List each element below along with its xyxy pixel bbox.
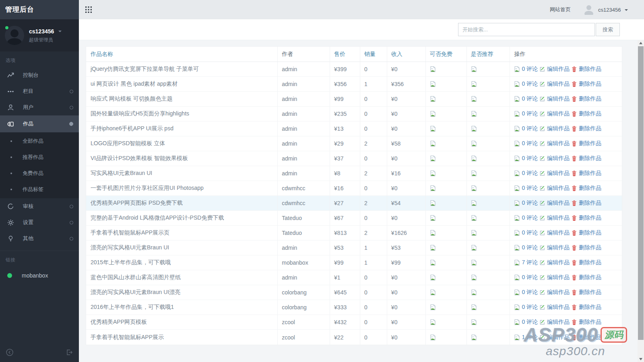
sidebar-sub-item[interactable]: 作品标签 xyxy=(0,181,79,197)
recommend-toggle-cell[interactable] xyxy=(467,226,510,240)
delete-work-link[interactable]: 删除作品 xyxy=(579,304,601,311)
free-toggle-cell[interactable] xyxy=(426,315,467,329)
topbar-user-menu[interactable]: cs123456 xyxy=(598,7,628,13)
free-toggle-cell[interactable] xyxy=(426,121,467,136)
free-toggle-cell[interactable] xyxy=(426,196,467,210)
comments-link[interactable]: 0 评论 xyxy=(522,170,538,177)
free-toggle-cell[interactable] xyxy=(426,211,467,225)
edit-work-link[interactable]: 编辑作品 xyxy=(547,244,570,251)
comments-link[interactable]: 0 评论 xyxy=(522,110,538,117)
edit-work-link[interactable]: 编辑作品 xyxy=(547,200,570,207)
search-input[interactable] xyxy=(458,23,595,36)
free-toggle-cell[interactable] xyxy=(426,107,467,121)
comments-link[interactable]: 0 评论 xyxy=(522,125,538,132)
delete-work-link[interactable]: 删除作品 xyxy=(579,214,601,222)
recommend-toggle-cell[interactable] xyxy=(467,77,510,91)
delete-work-link[interactable]: 删除作品 xyxy=(579,334,601,341)
table-header-cell[interactable]: 作品名称 xyxy=(86,47,278,62)
site-home-link[interactable]: 网站首页 xyxy=(550,6,571,13)
edit-work-link[interactable]: 编辑作品 xyxy=(547,95,570,103)
delete-work-link[interactable]: 删除作品 xyxy=(579,259,601,266)
comments-link[interactable]: 0 评论 xyxy=(522,155,538,162)
delete-work-link[interactable]: 删除作品 xyxy=(579,289,601,296)
table-header-cell[interactable]: 销量 xyxy=(360,47,387,62)
edit-work-link[interactable]: 编辑作品 xyxy=(547,289,570,296)
avatar[interactable] xyxy=(5,26,24,45)
free-toggle-cell[interactable] xyxy=(426,255,467,270)
delete-work-link[interactable]: 删除作品 xyxy=(579,125,601,132)
recommend-toggle-cell[interactable] xyxy=(467,121,510,136)
recommend-toggle-cell[interactable] xyxy=(467,62,510,76)
free-toggle-cell[interactable] xyxy=(426,226,467,240)
delete-work-link[interactable]: 删除作品 xyxy=(579,185,601,192)
edit-work-link[interactable]: 编辑作品 xyxy=(547,319,570,326)
free-toggle-cell[interactable] xyxy=(426,181,467,195)
edit-work-link[interactable]: 编辑作品 xyxy=(547,155,570,162)
comments-link[interactable]: 0 评论 xyxy=(522,185,538,192)
sidebar-sub-item[interactable]: 全部作品 xyxy=(0,133,79,149)
edit-work-link[interactable]: 编辑作品 xyxy=(547,80,570,88)
scroll-up-arrow[interactable] xyxy=(638,40,644,46)
edit-work-link[interactable]: 编辑作品 xyxy=(547,125,570,132)
delete-work-link[interactable]: 删除作品 xyxy=(579,170,601,177)
edit-work-link[interactable]: 编辑作品 xyxy=(547,304,570,311)
delete-work-link[interactable]: 删除作品 xyxy=(579,110,601,117)
delete-work-link[interactable]: 删除作品 xyxy=(579,140,601,147)
comments-link[interactable]: 0 评论 xyxy=(522,289,538,296)
free-toggle-cell[interactable] xyxy=(426,77,467,91)
recommend-toggle-cell[interactable] xyxy=(467,300,510,315)
edit-work-link[interactable]: 编辑作品 xyxy=(547,140,570,147)
sidebar-item-users[interactable]: 用户 xyxy=(0,99,79,115)
delete-work-link[interactable]: 删除作品 xyxy=(579,229,601,237)
edit-work-link[interactable]: 编辑作品 xyxy=(547,185,570,192)
recommend-toggle-cell[interactable] xyxy=(467,196,510,210)
recommend-toggle-cell[interactable] xyxy=(467,330,510,345)
recommend-toggle-cell[interactable] xyxy=(467,136,510,151)
comments-link[interactable]: 1 评论 xyxy=(522,334,538,341)
table-header-cell[interactable]: 售价 xyxy=(330,47,360,62)
sidebar-item-other[interactable]: 其他 xyxy=(0,230,79,247)
comments-link[interactable]: 0 评论 xyxy=(522,214,538,222)
edit-work-link[interactable]: 编辑作品 xyxy=(547,214,570,222)
sidebar-item-dashboard[interactable]: 控制台 xyxy=(0,67,79,83)
recommend-toggle-cell[interactable] xyxy=(467,166,510,181)
sidebar-link-mobanbox[interactable]: mobanbox xyxy=(0,267,79,284)
delete-work-link[interactable]: 删除作品 xyxy=(579,274,601,281)
free-toggle-cell[interactable] xyxy=(426,151,467,166)
comments-link[interactable]: 0 评论 xyxy=(522,229,538,237)
free-toggle-cell[interactable] xyxy=(426,241,467,255)
comments-link[interactable]: 0 评论 xyxy=(522,140,538,147)
edit-work-link[interactable]: 编辑作品 xyxy=(547,229,570,237)
free-toggle-cell[interactable] xyxy=(426,285,467,300)
delete-work-link[interactable]: 删除作品 xyxy=(579,80,601,88)
table-header-cell[interactable]: 是否推荐 xyxy=(467,47,510,62)
sidebar-sub-item[interactable]: 免费作品 xyxy=(0,165,79,181)
comments-link[interactable]: 0 评论 xyxy=(522,66,538,73)
menu-grid-icon[interactable] xyxy=(85,6,93,14)
edit-work-link[interactable]: 编辑作品 xyxy=(547,259,570,266)
recommend-toggle-cell[interactable] xyxy=(467,107,510,121)
sidebar-item-works[interactable]: 作品 xyxy=(0,115,79,132)
edit-work-link[interactable]: 编辑作品 xyxy=(547,274,570,281)
recommend-toggle-cell[interactable] xyxy=(467,181,510,195)
free-toggle-cell[interactable] xyxy=(426,270,467,285)
edit-work-link[interactable]: 编辑作品 xyxy=(547,170,570,177)
comments-link[interactable]: 0 评论 xyxy=(522,200,538,207)
table-header-cell[interactable]: 收入 xyxy=(387,47,426,62)
topbar-avatar[interactable] xyxy=(584,4,594,15)
delete-work-link[interactable]: 删除作品 xyxy=(579,95,601,103)
comments-link[interactable]: 0 评论 xyxy=(522,304,538,311)
comments-link[interactable]: 0 评论 xyxy=(522,95,538,103)
delete-work-link[interactable]: 删除作品 xyxy=(579,319,601,326)
delete-work-link[interactable]: 删除作品 xyxy=(579,244,601,251)
recommend-toggle-cell[interactable] xyxy=(467,255,510,270)
edit-work-link[interactable]: 编辑作品 xyxy=(547,110,570,117)
comments-link[interactable]: 0 评论 xyxy=(522,319,538,326)
scrollbar-thumb[interactable] xyxy=(638,46,644,340)
recommend-toggle-cell[interactable] xyxy=(467,270,510,285)
edit-work-link[interactable]: 编辑作品 xyxy=(547,334,570,341)
recommend-toggle-cell[interactable] xyxy=(467,211,510,225)
recommend-toggle-cell[interactable] xyxy=(467,315,510,329)
sidebar-item-columns[interactable]: 栏目 xyxy=(0,83,79,99)
delete-work-link[interactable]: 删除作品 xyxy=(579,66,601,73)
